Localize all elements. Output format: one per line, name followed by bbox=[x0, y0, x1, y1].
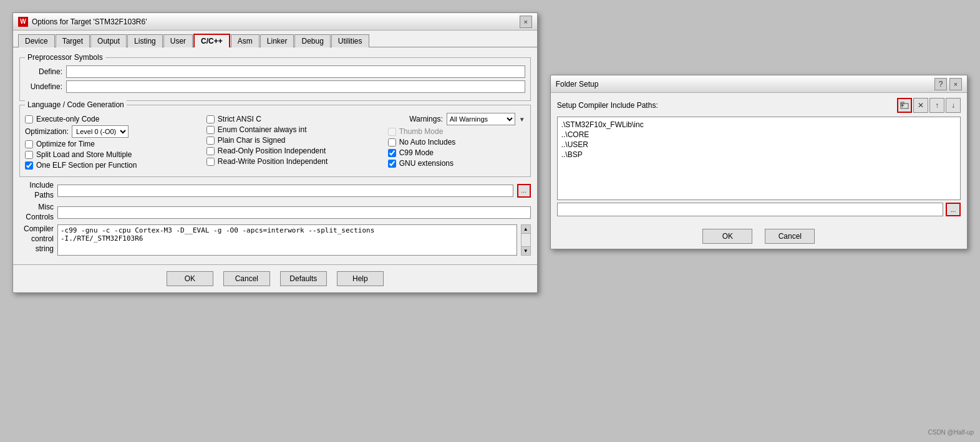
read-write-pos-checkbox[interactable] bbox=[206, 158, 215, 166]
cancel-button[interactable]: Cancel bbox=[223, 271, 270, 286]
list-empty-space bbox=[560, 160, 958, 197]
tab-listing[interactable]: Listing bbox=[127, 34, 163, 47]
folder-ok-button[interactable]: OK bbox=[702, 229, 752, 244]
codegen-right-col: Warnings: All Warnings No Warnings ▼ Thu… bbox=[388, 113, 525, 171]
main-title-text: Options for Target 'STM32F103R6' bbox=[32, 17, 147, 26]
warnings-select[interactable]: All Warnings No Warnings bbox=[447, 113, 515, 125]
read-only-pos-label: Read-Only Position Independent bbox=[218, 147, 326, 155]
strict-ansi-checkbox[interactable] bbox=[206, 115, 215, 123]
tab-device[interactable]: Device bbox=[18, 34, 55, 47]
title-icon: W bbox=[18, 17, 28, 27]
main-titlebar: W Options for Target 'STM32F103R6' × bbox=[13, 13, 537, 31]
no-auto-includes-checkbox[interactable] bbox=[388, 138, 396, 147]
thumb-mode-row: Thumb Mode bbox=[388, 127, 525, 136]
define-label: Define: bbox=[25, 67, 62, 76]
tab-linker[interactable]: Linker bbox=[260, 34, 294, 47]
read-only-pos-row: Read-Only Position Independent bbox=[206, 147, 378, 155]
define-input[interactable] bbox=[66, 65, 525, 78]
tab-user[interactable]: User bbox=[163, 34, 193, 47]
folder-path-list: .\STM32F10x_FWLib\inc ..\CORE ..\USER ..… bbox=[557, 117, 961, 200]
optimize-time-checkbox[interactable] bbox=[25, 140, 33, 148]
misc-controls-input[interactable] bbox=[57, 206, 531, 219]
c99-mode-row: C99 Mode bbox=[388, 148, 525, 157]
tab-utilities[interactable]: Utilities bbox=[331, 34, 369, 47]
preprocessor-title: Preprocessor Symbols bbox=[25, 53, 105, 62]
include-paths-input[interactable] bbox=[57, 185, 513, 197]
tab-cpp[interactable]: C/C++ bbox=[193, 34, 230, 47]
compiler-scrollbar: ▲ ▼ bbox=[521, 224, 531, 256]
read-only-pos-checkbox[interactable] bbox=[206, 147, 215, 155]
tab-output[interactable]: Output bbox=[90, 34, 127, 47]
help-button[interactable]: Help bbox=[337, 271, 384, 286]
folder-input-row: ... bbox=[557, 203, 961, 216]
codegen-group: Language / Code Generation Execute-only … bbox=[19, 105, 531, 177]
optimization-row: Optimization: Level 0 (-O0) Level 1 (-O1… bbox=[25, 125, 196, 138]
compiler-control-textarea[interactable]: -c99 -gnu -c -cpu Cortex-M3 -D__EVAL -g … bbox=[57, 224, 517, 256]
scrollbar-track bbox=[522, 234, 530, 246]
include-paths-browse-button[interactable]: ... bbox=[517, 184, 531, 198]
one-elf-checkbox[interactable] bbox=[25, 161, 33, 170]
folder-title: Folder Setup bbox=[556, 80, 599, 89]
main-close-button[interactable]: × bbox=[520, 16, 532, 28]
enum-container-label: Enum Container always int bbox=[218, 125, 307, 134]
undefine-row: Undefine: bbox=[25, 80, 525, 93]
folder-help-button[interactable]: ? bbox=[934, 78, 947, 90]
defaults-button[interactable]: Defaults bbox=[280, 271, 327, 286]
folder-add-button[interactable] bbox=[897, 98, 912, 113]
folder-content: Setup Compiler Include Paths: ✕ ↑ ↓ .\ST… bbox=[551, 93, 967, 221]
one-elf-row: One ELF Section per Function bbox=[25, 161, 196, 170]
no-auto-includes-label: No Auto Includes bbox=[399, 138, 456, 147]
list-item: .\STM32F10x_FWLib\inc bbox=[560, 120, 958, 130]
plain-char-checkbox[interactable] bbox=[206, 137, 215, 145]
plain-char-row: Plain Char is Signed bbox=[206, 136, 378, 145]
optimize-time-row: Optimize for Time bbox=[25, 140, 196, 148]
read-write-pos-label: Read-Write Position Independent bbox=[218, 157, 328, 166]
strict-ansi-label: Strict ANSI C bbox=[218, 115, 261, 123]
codegen-left-col: Execute-only Code Optimization: Level 0 … bbox=[25, 113, 196, 171]
c99-mode-label: C99 Mode bbox=[399, 148, 434, 157]
tab-strip: Device Target Output Listing User C/C++ … bbox=[13, 31, 537, 47]
folder-delete-button[interactable]: ✕ bbox=[913, 98, 928, 113]
undefine-input[interactable] bbox=[66, 80, 525, 93]
ok-button[interactable]: OK bbox=[167, 271, 213, 286]
include-paths-label: IncludePaths bbox=[19, 181, 54, 200]
gnu-extensions-row: GNU extensions bbox=[388, 159, 525, 168]
split-load-row: Split Load and Store Multiple bbox=[25, 150, 196, 159]
execute-only-checkbox[interactable] bbox=[25, 115, 33, 123]
optimization-select[interactable]: Level 0 (-O0) Level 1 (-O1) Level 2 (-O2… bbox=[72, 125, 129, 138]
c99-mode-checkbox[interactable] bbox=[388, 149, 396, 157]
codegen-mid-col: Strict ANSI C Enum Container always int … bbox=[206, 113, 378, 171]
enum-container-checkbox[interactable] bbox=[206, 126, 215, 134]
scrollbar-down-arrow[interactable]: ▼ bbox=[522, 246, 530, 255]
folder-cancel-button[interactable]: Cancel bbox=[765, 229, 815, 244]
main-dialog: W Options for Target 'STM32F103R6' × Dev… bbox=[12, 12, 538, 293]
main-title: W Options for Target 'STM32F103R6' bbox=[18, 17, 147, 27]
folder-up-button[interactable]: ↑ bbox=[929, 98, 944, 113]
folder-titlebar: Folder Setup ? × bbox=[551, 75, 967, 93]
optimization-label: Optimization: bbox=[25, 127, 69, 136]
split-load-checkbox[interactable] bbox=[25, 151, 33, 159]
tab-debug[interactable]: Debug bbox=[294, 34, 330, 47]
gnu-extensions-checkbox[interactable] bbox=[388, 160, 396, 168]
undefine-label: Undefine: bbox=[25, 82, 62, 91]
folder-down-button[interactable]: ↓ bbox=[946, 98, 961, 113]
read-write-pos-row: Read-Write Position Independent bbox=[206, 157, 378, 166]
scrollbar-up-arrow[interactable]: ▲ bbox=[522, 225, 530, 234]
folder-footer: OK Cancel bbox=[551, 221, 967, 249]
list-item: ..\USER bbox=[560, 140, 958, 150]
misc-controls-row: MiscControls bbox=[19, 203, 531, 222]
compiler-control-row: Compilercontrolstring -c99 -gnu -c -cpu … bbox=[19, 224, 531, 256]
list-item: ..\CORE bbox=[560, 130, 958, 140]
folder-dialog: Folder Setup ? × Setup Compiler Include … bbox=[550, 75, 968, 249]
define-row: Define: bbox=[25, 65, 525, 78]
one-elf-label: One ELF Section per Function bbox=[36, 161, 137, 170]
folder-close-button[interactable]: × bbox=[949, 78, 962, 90]
warnings-label: Warnings: bbox=[409, 115, 443, 123]
plain-char-label: Plain Char is Signed bbox=[218, 136, 286, 145]
tab-target[interactable]: Target bbox=[56, 34, 90, 47]
folder-browse-button[interactable]: ... bbox=[946, 203, 961, 216]
thumb-mode-checkbox[interactable] bbox=[388, 128, 396, 136]
codegen-title: Language / Code Generation bbox=[25, 100, 127, 109]
folder-path-input[interactable] bbox=[557, 203, 943, 216]
tab-asm[interactable]: Asm bbox=[231, 34, 260, 47]
